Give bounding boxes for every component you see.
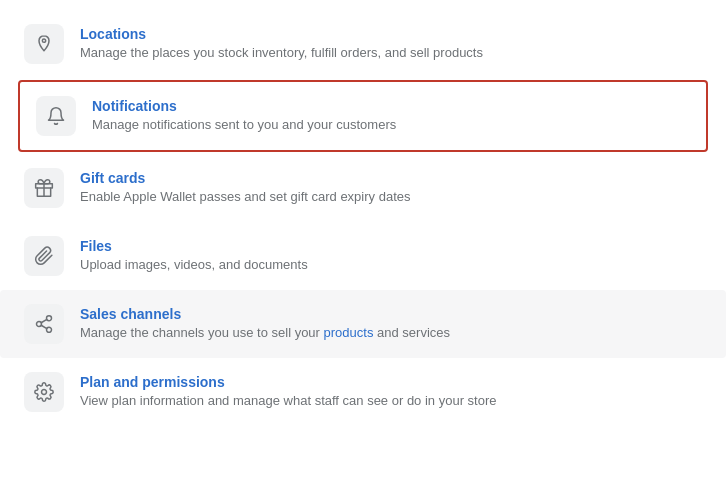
locations-title[interactable]: Locations: [80, 26, 483, 42]
share-icon: [34, 314, 54, 334]
sales-channels-icon-wrapper: [24, 304, 64, 344]
settings-list: Locations Manage the places you stock in…: [0, 10, 726, 426]
svg-line-7: [41, 319, 47, 322]
gift-cards-content: Gift cards Enable Apple Wallet passes an…: [80, 170, 410, 206]
settings-item-plan-permissions[interactable]: Plan and permissions View plan informati…: [0, 358, 726, 426]
notifications-content: Notifications Manage notifications sent …: [92, 98, 396, 134]
settings-item-notifications[interactable]: Notifications Manage notifications sent …: [18, 80, 708, 152]
notifications-description: Manage notifications sent to you and you…: [92, 116, 396, 134]
paperclip-icon: [34, 246, 54, 266]
sales-channels-title[interactable]: Sales channels: [80, 306, 450, 322]
files-title[interactable]: Files: [80, 238, 308, 254]
sales-channels-description: Manage the channels you use to sell your…: [80, 324, 450, 342]
svg-point-8: [42, 390, 47, 395]
plan-permissions-title[interactable]: Plan and permissions: [80, 374, 497, 390]
svg-point-0: [42, 39, 45, 42]
locations-icon-wrapper: [24, 24, 64, 64]
settings-item-locations[interactable]: Locations Manage the places you stock in…: [0, 10, 726, 78]
files-content: Files Upload images, videos, and documen…: [80, 238, 308, 274]
gift-cards-icon-wrapper: [24, 168, 64, 208]
gift-cards-title[interactable]: Gift cards: [80, 170, 410, 186]
locations-description: Manage the places you stock inventory, f…: [80, 44, 483, 62]
cog-icon: [34, 382, 54, 402]
notifications-title[interactable]: Notifications: [92, 98, 396, 114]
plan-permissions-content: Plan and permissions View plan informati…: [80, 374, 497, 410]
files-icon-wrapper: [24, 236, 64, 276]
files-description: Upload images, videos, and documents: [80, 256, 308, 274]
settings-item-files[interactable]: Files Upload images, videos, and documen…: [0, 222, 726, 290]
bell-icon: [46, 106, 66, 126]
plan-permissions-description: View plan information and manage what st…: [80, 392, 497, 410]
locations-content: Locations Manage the places you stock in…: [80, 26, 483, 62]
sales-channels-content: Sales channels Manage the channels you u…: [80, 306, 450, 342]
location-icon: [34, 34, 54, 54]
gift-icon: [34, 178, 54, 198]
settings-item-gift-cards[interactable]: Gift cards Enable Apple Wallet passes an…: [0, 154, 726, 222]
plan-permissions-icon-wrapper: [24, 372, 64, 412]
settings-item-sales-channels[interactable]: Sales channels Manage the channels you u…: [0, 290, 726, 358]
svg-line-6: [41, 325, 47, 328]
sales-channels-products-link[interactable]: products: [324, 325, 374, 340]
gift-cards-description: Enable Apple Wallet passes and set gift …: [80, 188, 410, 206]
notifications-icon-wrapper: [36, 96, 76, 136]
